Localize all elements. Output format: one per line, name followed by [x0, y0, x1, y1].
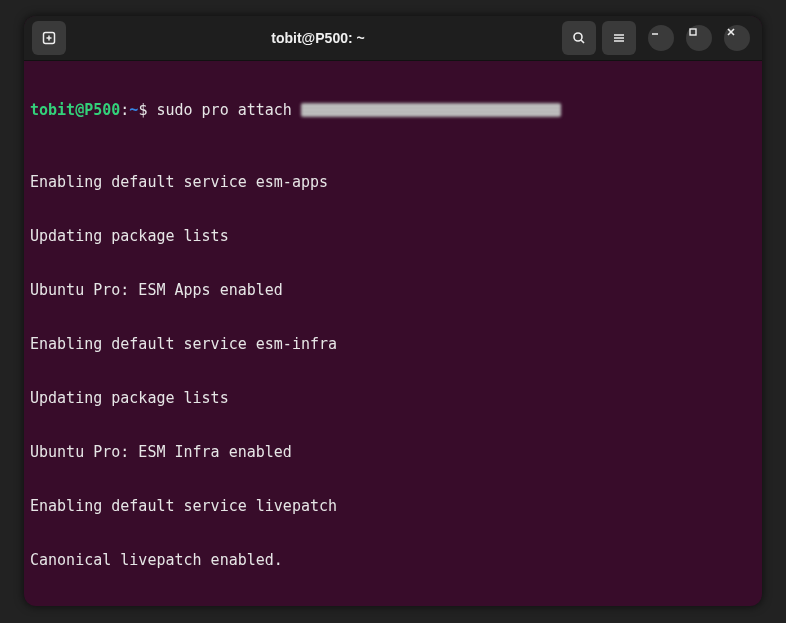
redacted-token: [301, 103, 561, 117]
terminal-window: tobit@P500: ~: [24, 16, 762, 606]
out-line: Enabling default service livepatch: [30, 497, 756, 515]
out-line: Enabling default service esm-infra: [30, 335, 756, 353]
hamburger-icon: [611, 30, 627, 46]
out-line: Unable to determine current instance-id: [30, 605, 756, 606]
terminal-body[interactable]: tobit@P500:~$ sudo pro attach Enabling d…: [24, 61, 762, 606]
maximize-icon: [686, 25, 700, 39]
out-line: Updating package lists: [30, 389, 756, 407]
prompt-dollar: $: [138, 101, 156, 119]
svg-rect-9: [690, 29, 696, 35]
minimize-icon: [648, 25, 662, 39]
window-title: tobit@P500: ~: [82, 30, 554, 46]
prompt-sep: :: [120, 101, 129, 119]
search-icon: [571, 30, 587, 46]
minimize-button[interactable]: [648, 25, 674, 51]
search-button[interactable]: [562, 21, 596, 55]
svg-line-4: [581, 40, 584, 43]
out-line: Ubuntu Pro: ESM Infra enabled: [30, 443, 756, 461]
titlebar: tobit@P500: ~: [24, 16, 762, 61]
command-1: sudo pro attach: [156, 101, 301, 119]
prompt-user: tobit@P500: [30, 101, 120, 119]
maximize-button[interactable]: [686, 25, 712, 51]
out-line: Canonical livepatch enabled.: [30, 551, 756, 569]
menu-button[interactable]: [602, 21, 636, 55]
svg-point-3: [574, 33, 582, 41]
close-icon: [724, 25, 738, 39]
close-button[interactable]: [724, 25, 750, 51]
prompt-line-1: tobit@P500:~$ sudo pro attach: [30, 101, 756, 119]
new-tab-icon: [41, 30, 57, 46]
out-line: Updating package lists: [30, 227, 756, 245]
out-line: Ubuntu Pro: ESM Apps enabled: [30, 281, 756, 299]
new-tab-button[interactable]: [32, 21, 66, 55]
out-line: Enabling default service esm-apps: [30, 173, 756, 191]
